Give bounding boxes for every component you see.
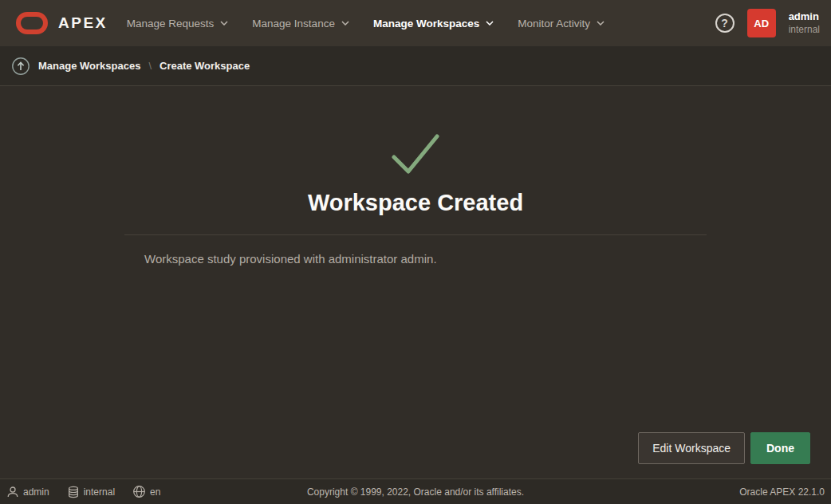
footer-instance: internal (67, 486, 115, 498)
nav-label: Monitor Activity (518, 18, 590, 30)
chevron-down-icon (220, 21, 228, 26)
primary-nav: Manage Requests Manage Instance Manage W… (127, 18, 605, 30)
footer-user: admin (6, 486, 49, 498)
globe-icon (132, 485, 146, 498)
chevron-down-icon (597, 21, 605, 26)
brand-name: APEX (58, 14, 108, 32)
footer: admin internal en Copyright © 1999, 2022… (0, 478, 831, 504)
nav-label: Manage Requests (127, 18, 215, 30)
nav-manage-requests[interactable]: Manage Requests (127, 18, 229, 30)
footer-language-label: en (150, 486, 160, 498)
breadcrumb: Manage Workspaces \ Create Workspace (0, 46, 831, 86)
footer-language: en (132, 485, 160, 498)
user-instance: internal (789, 24, 820, 36)
nav-monitor-activity[interactable]: Monitor Activity (518, 18, 605, 30)
nav-label: Manage Workspaces (373, 18, 479, 30)
oracle-logo-icon (16, 12, 48, 34)
header-actions: ? AD admin internal (715, 9, 820, 37)
chevron-down-icon (486, 21, 494, 26)
avatar[interactable]: AD (747, 9, 776, 37)
page-title: Workspace Created (0, 190, 831, 216)
done-button[interactable]: Done (750, 432, 810, 464)
success-block: Workspace Created (0, 86, 831, 216)
user-menu[interactable]: admin internal (789, 10, 820, 35)
footer-status: admin internal en (6, 485, 160, 498)
nav-manage-workspaces[interactable]: Manage Workspaces (373, 18, 494, 30)
main-content: Workspace Created Workspace study provis… (0, 86, 831, 478)
breadcrumb-separator: \ (148, 60, 152, 72)
brand-home-link[interactable]: APEX (16, 12, 108, 34)
edit-workspace-button[interactable]: Edit Workspace (638, 432, 745, 464)
person-icon (6, 486, 19, 498)
user-name: admin (789, 10, 820, 23)
top-navigation-bar: APEX Manage Requests Manage Instance Man… (0, 0, 831, 46)
footer-instance-label: internal (84, 486, 115, 498)
database-icon (67, 486, 80, 498)
chevron-down-icon (341, 21, 349, 26)
version-label: Oracle APEX 22.1.0 (739, 486, 825, 498)
up-arrow-icon[interactable] (11, 57, 30, 76)
breadcrumb-create-workspace: Create Workspace (160, 60, 250, 72)
provision-message: Workspace study provisioned with adminis… (144, 252, 687, 266)
nav-label: Manage Instance (252, 18, 335, 30)
help-icon[interactable]: ? (715, 14, 735, 33)
breadcrumb-manage-workspaces[interactable]: Manage Workspaces (38, 60, 140, 72)
footer-user-label: admin (23, 486, 49, 498)
nav-manage-instance[interactable]: Manage Instance (252, 18, 349, 30)
success-checkmark-icon (390, 132, 441, 178)
result-region: Workspace study provisioned with adminis… (124, 234, 707, 266)
button-bar: Edit Workspace Done (638, 432, 810, 464)
